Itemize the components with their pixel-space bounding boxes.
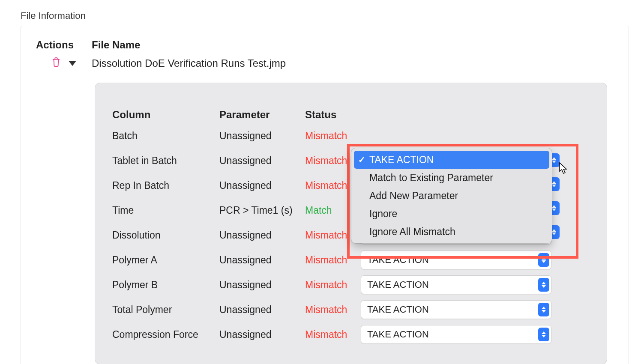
file-info-panel: Actions File Name Dissolution DoE Verifi…	[21, 26, 629, 364]
table-row: Compression Force Unassigned Mismatch TA…	[112, 322, 590, 347]
dropdown-stepper-icon	[538, 253, 549, 267]
status-badge: Mismatch	[305, 279, 361, 291]
status-badge: Mismatch	[305, 254, 361, 266]
menu-item-take-action[interactable]: TAKE ACTION	[354, 151, 549, 169]
cell-column: Tablet in Batch	[112, 155, 219, 167]
dropdown-label: TAKE ACTION	[367, 279, 429, 290]
cell-parameter: Unassigned	[219, 254, 305, 266]
cell-parameter: Unassigned	[219, 130, 305, 142]
column-mapping-card: Column Parameter Status Batch Unassigned…	[95, 83, 607, 364]
dropdown-stepper-icon	[538, 278, 549, 292]
cell-parameter: Unassigned	[219, 304, 305, 316]
dropdown-label: TAKE ACTION	[367, 329, 429, 340]
action-dropdown-menu: TAKE ACTION Match to Existing Parameter …	[351, 148, 552, 243]
file-actions	[36, 57, 92, 70]
dropdown-stepper-icon	[538, 328, 549, 341]
menu-item-ignore-all[interactable]: Ignore All Mismatch	[354, 223, 549, 241]
cell-column: Polymer A	[112, 254, 219, 266]
action-dropdown[interactable]: TAKE ACTION	[361, 251, 551, 269]
status-badge: Mismatch	[305, 329, 361, 340]
file-row: Dissolution DoE Verification Runs Test.j…	[21, 57, 629, 70]
cell-parameter: Unassigned	[219, 155, 305, 167]
th-status: Status	[305, 109, 361, 121]
disclosure-triangle-icon[interactable]	[69, 61, 76, 66]
table-row: Total Polymer Unassigned Mismatch TAKE A…	[112, 297, 590, 322]
cell-parameter: Unassigned	[219, 279, 305, 291]
status-badge: Mismatch	[305, 304, 361, 316]
menu-item-match-existing[interactable]: Match to Existing Parameter	[354, 169, 549, 187]
cell-column: Compression Force	[112, 329, 219, 340]
th-parameter: Parameter	[219, 109, 305, 121]
cell-parameter: Unassigned	[219, 230, 305, 241]
cell-column: Total Polymer	[112, 304, 219, 316]
th-column: Column	[112, 109, 219, 121]
cell-column: Dissolution	[112, 230, 219, 241]
table-row: Polymer A Unassigned Mismatch TAKE ACTIO…	[112, 248, 590, 272]
action-dropdown[interactable]: TAKE ACTION	[361, 325, 551, 344]
dropdown-label: TAKE ACTION	[367, 254, 429, 266]
menu-item-add-new[interactable]: Add New Parameter	[354, 187, 549, 205]
file-name: Dissolution DoE Verification Runs Test.j…	[92, 57, 629, 69]
cell-parameter: Unassigned	[219, 180, 305, 191]
trash-icon[interactable]	[51, 57, 61, 70]
cell-parameter: PCR > Time1 (s)	[219, 205, 305, 216]
cell-column: Polymer B	[112, 279, 219, 291]
cell-column: Rep In Batch	[112, 180, 219, 191]
action-dropdown[interactable]: TAKE ACTION	[361, 275, 551, 294]
cell-parameter: Unassigned	[219, 329, 305, 340]
section-title: File Information	[0, 0, 629, 26]
file-header: Actions File Name	[21, 39, 629, 51]
status-badge: Mismatch	[305, 130, 361, 142]
header-file-name: File Name	[92, 39, 629, 51]
cell-column: Batch	[112, 130, 219, 142]
table-row: Batch Unassigned Mismatch	[112, 123, 590, 148]
action-dropdown[interactable]: TAKE ACTION	[361, 300, 551, 319]
table-row: Polymer B Unassigned Mismatch TAKE ACTIO…	[112, 272, 590, 297]
menu-item-ignore[interactable]: Ignore	[354, 205, 549, 223]
table-header: Column Parameter Status	[112, 109, 590, 121]
cell-column: Time	[112, 205, 219, 216]
dropdown-stepper-icon	[538, 303, 549, 316]
dropdown-label: TAKE ACTION	[367, 304, 429, 315]
header-actions: Actions	[36, 39, 92, 51]
